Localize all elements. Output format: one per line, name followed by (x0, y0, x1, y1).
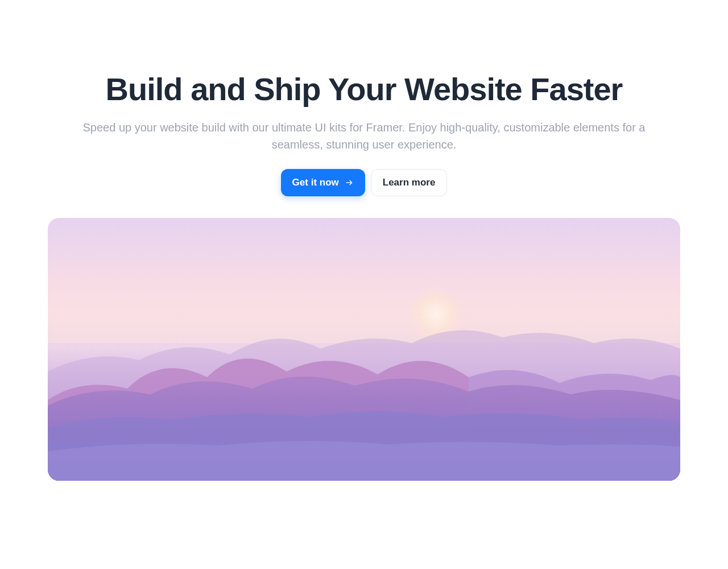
hero-section: Build and Ship Your Website Faster Speed… (57, 0, 671, 196)
arrow-right-icon (345, 178, 354, 187)
learn-more-button[interactable]: Learn more (371, 169, 448, 196)
button-group: Get it now Learn more (57, 169, 671, 196)
secondary-button-label: Learn more (383, 177, 436, 188)
hero-title: Build and Ship Your Website Faster (57, 71, 671, 108)
hero-subtitle: Speed up your website build with our ult… (57, 119, 671, 153)
mountain-layer-front (48, 360, 680, 481)
primary-button-label: Get it now (292, 177, 339, 188)
page-container: Build and Ship Your Website Faster Speed… (0, 0, 728, 481)
hero-image (48, 218, 680, 481)
get-it-now-button[interactable]: Get it now (281, 169, 365, 196)
